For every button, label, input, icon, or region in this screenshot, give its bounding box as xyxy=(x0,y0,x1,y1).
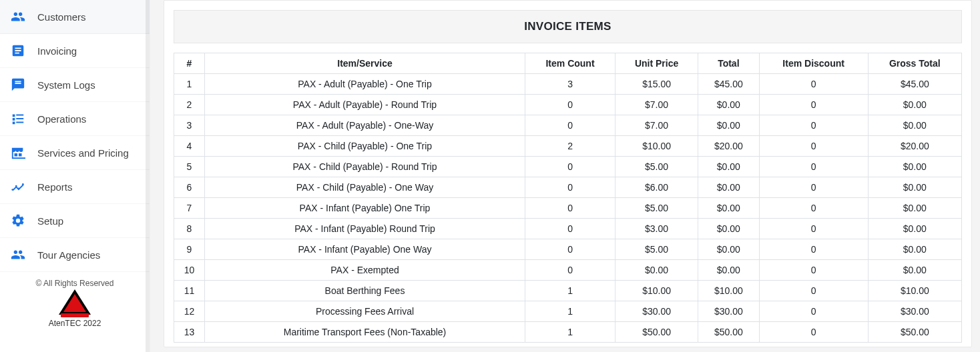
cell-num: 1 xyxy=(174,74,205,95)
table-row: 7PAX - Infant (Payable) One Trip0$5.00$0… xyxy=(174,198,962,219)
table-row: 13Maritime Transport Fees (Non-Taxable)1… xyxy=(174,322,962,343)
cell-gross: $0.00 xyxy=(868,239,961,260)
cell-discount: 0 xyxy=(759,281,868,301)
sidebar-item-label: Customers xyxy=(37,11,86,23)
cell-count: 0 xyxy=(525,157,616,177)
cell-num: 4 xyxy=(174,136,205,157)
cell-num: 5 xyxy=(174,157,205,177)
cell-item: PAX - Infant (Payable) One Trip xyxy=(205,198,525,219)
cell-discount: 0 xyxy=(759,136,868,157)
sidebar-item-reports[interactable]: Reports xyxy=(0,170,150,204)
cell-gross: $20.00 xyxy=(868,136,961,157)
cell-discount: 0 xyxy=(759,157,868,177)
sidebar-item-label: Operations xyxy=(37,113,86,125)
chat-icon xyxy=(11,77,25,92)
cell-count: 1 xyxy=(525,322,616,343)
table-row: 8PAX - Infant (Payable) Round Trip0$3.00… xyxy=(174,219,962,239)
cell-unit: $7.00 xyxy=(616,115,698,136)
cell-count: 0 xyxy=(525,260,616,281)
cell-num: 8 xyxy=(174,219,205,239)
cell-num: 10 xyxy=(174,260,205,281)
cell-item: PAX - Adult (Payable) - Round Trip xyxy=(205,95,525,115)
sidebar-item-systemlogs[interactable]: System Logs xyxy=(0,68,150,102)
cell-unit: $50.00 xyxy=(616,322,698,343)
cell-discount: 0 xyxy=(759,177,868,198)
sidebar-nav: CustomersInvoicingSystem LogsOperationsS… xyxy=(0,0,150,272)
table-row: 3PAX - Adult (Payable) - One-Way0$7.00$0… xyxy=(174,115,962,136)
cell-gross: $0.00 xyxy=(868,95,961,115)
table-row: 10PAX - Exempted0$0.00$0.000$0.00 xyxy=(174,260,962,281)
cell-unit: $5.00 xyxy=(616,198,698,219)
col-unit: Unit Price xyxy=(616,53,698,74)
table-row: 2PAX - Adult (Payable) - Round Trip0$7.0… xyxy=(174,95,962,115)
cell-item: PAX - Infant (Payable) One Way xyxy=(205,239,525,260)
cell-count: 0 xyxy=(525,177,616,198)
cell-discount: 0 xyxy=(759,115,868,136)
col-num: # xyxy=(174,53,205,74)
doc-icon xyxy=(11,43,25,58)
cell-unit: $10.00 xyxy=(616,281,698,301)
listcheck-icon xyxy=(11,111,25,126)
cell-gross: $0.00 xyxy=(868,115,961,136)
cell-unit: $10.00 xyxy=(616,136,698,157)
cell-total: $45.00 xyxy=(698,74,760,95)
cell-gross: $0.00 xyxy=(868,177,961,198)
cell-total: $10.00 xyxy=(698,281,760,301)
cell-item: PAX - Exempted xyxy=(205,260,525,281)
sidebar-item-touragencies[interactable]: Tour Agencies xyxy=(0,238,150,272)
cell-discount: 0 xyxy=(759,260,868,281)
cell-count: 1 xyxy=(525,281,616,301)
cell-total: $0.00 xyxy=(698,239,760,260)
svg-point-3 xyxy=(22,183,24,185)
col-gross: Gross Total xyxy=(868,53,961,74)
sidebar-item-label: System Logs xyxy=(37,79,95,91)
cell-total: $50.00 xyxy=(698,322,760,343)
cell-discount: 0 xyxy=(759,198,868,219)
cell-unit: $6.00 xyxy=(616,177,698,198)
cell-discount: 0 xyxy=(759,301,868,322)
panel-title: INVOICE ITEMS xyxy=(174,10,962,43)
cell-item: PAX - Child (Payable) - Round Trip xyxy=(205,157,525,177)
cell-discount: 0 xyxy=(759,219,868,239)
sidebar-item-invoicing[interactable]: Invoicing xyxy=(0,34,150,68)
sidebar-item-customers[interactable]: Customers xyxy=(0,0,150,34)
cell-num: 6 xyxy=(174,177,205,198)
cell-total: $0.00 xyxy=(698,115,760,136)
cell-discount: 0 xyxy=(759,239,868,260)
cell-total: $0.00 xyxy=(698,157,760,177)
cell-unit: $7.00 xyxy=(616,95,698,115)
cell-num: 13 xyxy=(174,322,205,343)
brand-logo-icon xyxy=(58,288,91,317)
cell-gross: $50.00 xyxy=(868,322,961,343)
col-item: Item/Service xyxy=(205,53,525,74)
sidebar-item-setup[interactable]: Setup xyxy=(0,204,150,238)
table-row: 11Boat Berthing Fees1$10.00$10.000$10.00 xyxy=(174,281,962,301)
cell-gross: $10.00 xyxy=(868,281,961,301)
cell-gross: $45.00 xyxy=(868,74,961,95)
table-row: 5PAX - Child (Payable) - Round Trip0$5.0… xyxy=(174,157,962,177)
cell-total: $0.00 xyxy=(698,177,760,198)
cell-gross: $0.00 xyxy=(868,219,961,239)
cell-discount: 0 xyxy=(759,74,868,95)
sidebar-footer: © All Rights Reserved AtenTEC 2022 xyxy=(0,272,150,336)
cell-gross: $0.00 xyxy=(868,260,961,281)
main-content: INVOICE ITEMS # Item/Service Item Count … xyxy=(150,0,980,352)
svg-point-1 xyxy=(15,185,17,187)
cell-num: 2 xyxy=(174,95,205,115)
cell-num: 3 xyxy=(174,115,205,136)
sidebar-item-operations[interactable]: Operations xyxy=(0,102,150,136)
sidebar-item-label: Invoicing xyxy=(37,45,77,57)
cell-total: $0.00 xyxy=(698,260,760,281)
cell-item: PAX - Adult (Payable) - One-Way xyxy=(205,115,525,136)
svg-point-2 xyxy=(18,187,20,189)
cell-count: 1 xyxy=(525,301,616,322)
people-icon xyxy=(11,9,25,24)
cell-discount: 0 xyxy=(759,322,868,343)
cell-gross: $0.00 xyxy=(868,198,961,219)
sidebar-item-services[interactable]: Services and Pricing xyxy=(0,136,150,170)
svg-point-0 xyxy=(11,189,13,191)
sidebar: CustomersInvoicingSystem LogsOperationsS… xyxy=(0,0,150,352)
cell-count: 0 xyxy=(525,219,616,239)
people-icon xyxy=(11,247,25,262)
cell-count: 0 xyxy=(525,115,616,136)
